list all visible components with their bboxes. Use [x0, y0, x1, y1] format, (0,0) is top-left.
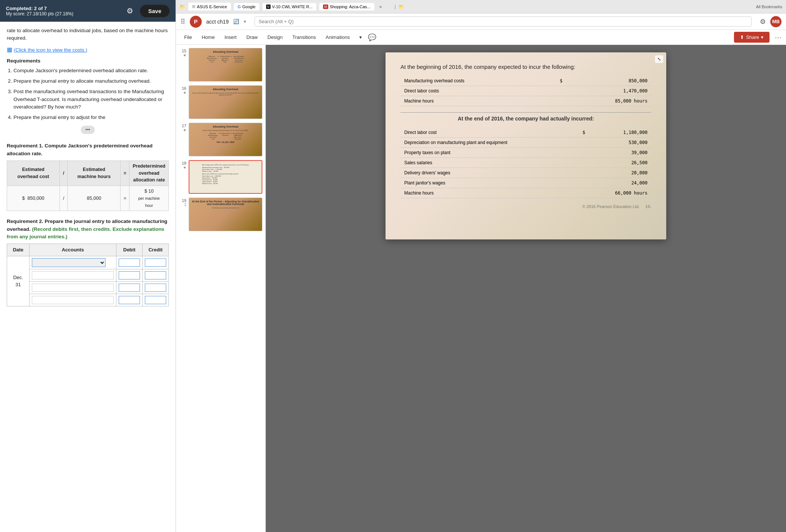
- journal-debit-input-2[interactable]: [119, 271, 140, 279]
- apps-icon[interactable]: ⠿: [180, 18, 185, 26]
- grid-icon: ▦: [7, 46, 12, 53]
- icon-link[interactable]: ▦ (Click the icon to view the costs.): [7, 45, 169, 54]
- slide-thumb-16[interactable]: Allocating Overhead Smart Touch Learning…: [189, 85, 262, 119]
- journal-credit-input-1[interactable]: [145, 259, 166, 267]
- journal-debit-3[interactable]: [116, 281, 143, 294]
- req-item-4: Prepare the journal entry to adjust for …: [13, 114, 169, 121]
- left-header: Completed: 2 of 7 My score: 27.18/100 pt…: [0, 0, 176, 22]
- journal-credit-input-2[interactable]: [145, 271, 166, 279]
- req1-val2: 85,000: [68, 186, 121, 211]
- comment-icon[interactable]: 💬: [368, 33, 376, 42]
- save-button[interactable]: Save: [140, 5, 170, 17]
- slide-beginning-table: Manufacturing overhead costs $ 850,000 D…: [400, 76, 651, 106]
- slide-row-taxes: Property taxes on plant 39,000: [400, 148, 651, 158]
- slide-amount-delivery: 20,000: [589, 168, 651, 178]
- slide-row-dlc: Direct labor cost $ 1,180,000: [400, 128, 651, 138]
- journal-debit-1[interactable]: [116, 256, 143, 269]
- journal-debit-2[interactable]: [116, 269, 143, 281]
- journal-account-input-4[interactable]: [32, 296, 114, 304]
- share-caret: ▾: [761, 34, 764, 40]
- journal-account-3[interactable]: [30, 281, 116, 294]
- slide-panel: 15 ★ Allocating Overhead AllocatedManufa…: [176, 45, 266, 532]
- slide-item-15[interactable]: 15 ★ Allocating Overhead AllocatedManufa…: [179, 48, 262, 82]
- slide-star-15: ★: [183, 53, 186, 57]
- slide-thumb-15[interactable]: Allocating Overhead AllocatedManufacturi…: [189, 48, 262, 82]
- req1-val1: $ 850,000: [7, 186, 60, 211]
- slide-label-sales: Sales salaries: [400, 158, 573, 168]
- journal-credit-2[interactable]: [143, 269, 169, 281]
- menu-animations[interactable]: Animations: [322, 32, 353, 42]
- slide-num-17: 17: [179, 123, 186, 128]
- slide-item-17[interactable]: 17 ★ Allocating Overhead Smart Touch Lea…: [179, 123, 262, 156]
- slide-display: ⤡ At the beginning of 2016, the company …: [386, 52, 666, 239]
- share-button[interactable]: ⬆ Share ▾: [734, 32, 770, 43]
- journal-date-header: Date: [7, 244, 30, 256]
- menu-transitions[interactable]: Transitions: [289, 32, 320, 42]
- journal-account-4[interactable]: [30, 294, 116, 306]
- slide-amount-sales: 26,500: [589, 158, 651, 168]
- slide-thumb-17[interactable]: Allocating Overhead Smart Touch Learning…: [189, 123, 262, 156]
- more-options-icon[interactable]: ⋯: [775, 33, 782, 42]
- tab-shopping[interactable]: M Shopping: Azca-Cas...: [319, 3, 374, 10]
- slide-label-mfg: Manufacturing overhead costs: [400, 76, 545, 86]
- expand-button[interactable]: ⤡: [655, 55, 663, 63]
- slide-num-15: 15: [179, 48, 186, 53]
- journal-account-input-3[interactable]: [32, 284, 114, 292]
- journal-debit-input-1[interactable]: [119, 259, 140, 267]
- slide-label-depreciation: Depreciation on manufacturing plant and …: [400, 138, 573, 148]
- journal-credit-header: Credit: [143, 244, 169, 256]
- tab-v10-label: V-10 CWL WHITE R...: [272, 4, 313, 9]
- journal-account-input-2[interactable]: [32, 271, 114, 279]
- journal-account-1[interactable]: [30, 256, 116, 269]
- tab-asus-label: ASUS E-Service: [197, 4, 227, 9]
- settings-icon[interactable]: ⚙: [760, 18, 766, 26]
- journal-table: Date Accounts Debit Credit Dec.31: [7, 244, 169, 306]
- journal-debit-input-3[interactable]: [119, 284, 140, 292]
- more-tabs-button[interactable]: »: [377, 4, 384, 9]
- journal-accounts-header: Accounts: [30, 244, 116, 256]
- journal-account-select-1[interactable]: [32, 258, 106, 267]
- journal-credit-4[interactable]: [143, 294, 169, 306]
- menu-insert[interactable]: Insert: [221, 32, 241, 42]
- menu-design[interactable]: Design: [264, 32, 286, 42]
- req1-table: Estimatedoverhead cost / Estimatedmachin…: [7, 160, 169, 211]
- journal-credit-3[interactable]: [143, 281, 169, 294]
- journal-account-2[interactable]: [30, 269, 116, 281]
- journal-credit-input-3[interactable]: [145, 284, 166, 292]
- slide-star-19: 2: [184, 203, 186, 207]
- menu-home[interactable]: Home: [198, 32, 219, 42]
- menu-more[interactable]: ▾: [356, 32, 366, 42]
- journal-credit-1[interactable]: [143, 256, 169, 269]
- slide-currency-taxes: [573, 148, 589, 158]
- slide-star-16: ★: [183, 91, 186, 95]
- ppt-main: 15 ★ Allocating Overhead AllocatedManufa…: [176, 45, 786, 532]
- slide-amount-mfg: 850,000: [566, 76, 651, 86]
- slide-amount-depreciation: 530,000: [589, 138, 651, 148]
- tab-asus[interactable]: ⊞ ASUS E-Service: [188, 3, 231, 10]
- journal-credit-input-4[interactable]: [145, 296, 166, 304]
- journal-debit-input-4[interactable]: [119, 296, 140, 304]
- slide-num-19: 19: [179, 198, 186, 203]
- caret-icon[interactable]: ▾: [244, 19, 246, 24]
- slide-row-machine-end: Machine hours 66,000 hours: [400, 188, 651, 198]
- slide-thumb-18[interactable]: At the beginning of 2016, the company ex…: [189, 160, 262, 194]
- tab-v10[interactable]: V V-10 CWL WHITE R...: [262, 3, 316, 10]
- menu-file[interactable]: File: [180, 32, 196, 42]
- req1-col3-header: Predetermined overheadallocation rate: [130, 160, 169, 186]
- tab-google[interactable]: G Google: [234, 3, 259, 10]
- share-label: Share: [746, 34, 759, 40]
- slide-thumb-19[interactable]: At the End of the Period – Adjusting for…: [189, 198, 262, 231]
- req1-val3: $ 10per machinehour: [130, 186, 169, 211]
- settings-button[interactable]: ⚙: [127, 6, 133, 15]
- slide-item-16[interactable]: 16 ★ Allocating Overhead Smart Touch Lea…: [179, 85, 262, 119]
- slide-item-18[interactable]: 18 ★ At the beginning of 2016, the compa…: [179, 160, 262, 194]
- ppt-search-input[interactable]: [255, 16, 752, 27]
- slide-item-19[interactable]: 19 2 At the End of the Period – Adjustin…: [179, 198, 262, 231]
- slide-row-delivery: Delivery drivers' wages 20,000: [400, 168, 651, 178]
- slide-label-dlc: Direct labor cost: [400, 128, 573, 138]
- v10-icon: V: [266, 4, 271, 9]
- bookmarks-label[interactable]: All Bookmarks: [756, 4, 782, 9]
- menu-draw[interactable]: Draw: [243, 32, 261, 42]
- journal-debit-4[interactable]: [116, 294, 143, 306]
- icon-link-text[interactable]: (Click the icon to view the costs.): [14, 47, 88, 53]
